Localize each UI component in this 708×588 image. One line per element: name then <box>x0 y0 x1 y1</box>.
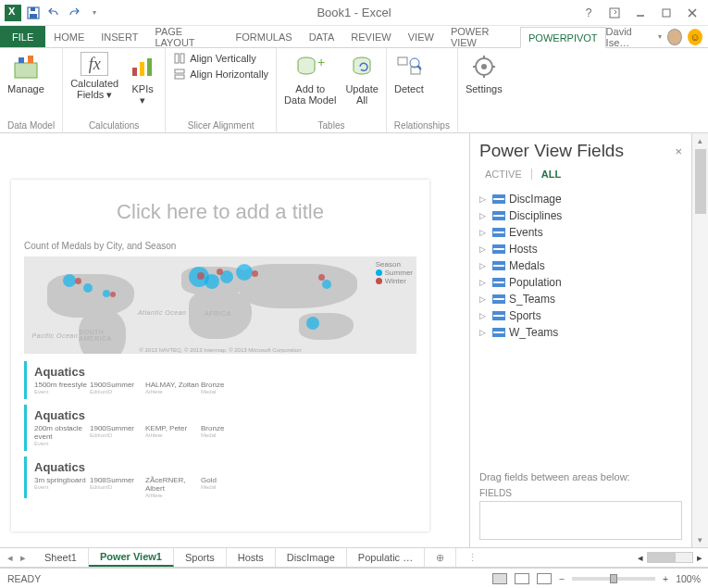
data-cards[interactable]: Aquatics1500m freestyleEvent1900SummerEd… <box>24 361 416 498</box>
svg-rect-19 <box>398 57 407 65</box>
page-break-view-icon[interactable] <box>537 573 552 584</box>
sheet-more-icon[interactable]: ⋮ <box>456 548 489 567</box>
excel-icon <box>4 4 22 22</box>
field-table-events[interactable]: ▷Events <box>479 224 682 241</box>
zoom-slider[interactable] <box>572 577 655 581</box>
zoom-out-button[interactable]: − <box>559 573 565 584</box>
tab-insert[interactable]: INSERT <box>93 26 146 47</box>
sheet-tab-sheet1[interactable]: Sheet1 <box>33 548 89 567</box>
table-icon <box>492 194 505 204</box>
svg-rect-14 <box>175 69 184 73</box>
svg-rect-6 <box>15 63 37 78</box>
field-table-sports[interactable]: ▷Sports <box>479 307 682 324</box>
user-name[interactable]: David Ise… <box>606 26 652 48</box>
scrollbar-thumb[interactable] <box>695 149 706 214</box>
close-pane-icon[interactable]: × <box>675 144 682 158</box>
tab-file[interactable]: FILE <box>0 26 45 47</box>
data-card[interactable]: Aquatics1500m freestyleEvent1900SummerEd… <box>24 361 416 399</box>
group-calculations: fx CalculatedFields ▾ KPIs▾ Calculations <box>63 48 166 132</box>
tab-powerpivot[interactable]: POWERPIVOT <box>520 27 606 48</box>
scroll-right-icon[interactable]: ▸ <box>697 552 702 564</box>
group-tables: + Add toData Model UpdateAll Tables <box>277 48 387 132</box>
drop-fields-box[interactable] <box>479 501 682 540</box>
horizontal-scrollbar[interactable]: ◂ ▸ <box>632 548 708 567</box>
tab-page-layout[interactable]: PAGE LAYOUT <box>146 26 227 47</box>
scroll-left-icon[interactable]: ◂ <box>638 552 643 564</box>
undo-icon[interactable] <box>44 4 63 22</box>
qat-customize-icon[interactable]: ▾ <box>85 4 104 22</box>
align-horizontally-button[interactable]: Align Horizontally <box>173 68 268 81</box>
sheet-tab-discimage[interactable]: DiscImage <box>276 548 347 567</box>
field-table-population[interactable]: ▷Population <box>479 274 682 291</box>
sheet-tab-sports[interactable]: Sports <box>174 548 227 567</box>
tab-data[interactable]: DATA <box>301 26 343 47</box>
tab-active-fields[interactable]: ACTIVE <box>479 167 528 181</box>
feedback-icon[interactable]: ☺ <box>688 29 702 45</box>
window-controls: ? <box>577 4 708 22</box>
field-table-hosts[interactable]: ▷Hosts <box>479 241 682 257</box>
status-bar: READY − + 100% <box>0 568 708 588</box>
new-sheet-button[interactable]: ⊕ <box>425 548 456 567</box>
page-layout-view-icon[interactable] <box>515 573 529 584</box>
tab-all-fields[interactable]: ALL <box>536 167 566 181</box>
ribbon-display-icon[interactable] <box>602 4 627 22</box>
svg-rect-5 <box>663 9 670 17</box>
quick-access-toolbar: ▾ <box>0 4 104 22</box>
field-table-medals[interactable]: ▷Medals <box>479 257 682 274</box>
group-data-model: Manage Data Model <box>0 48 63 132</box>
svg-rect-8 <box>28 56 33 63</box>
avatar[interactable] <box>667 29 682 45</box>
vertical-scrollbar[interactable]: ▴ ▾ <box>691 133 708 547</box>
redo-icon[interactable] <box>65 4 83 22</box>
content-area: Click here to add a title Count of Medal… <box>0 133 708 547</box>
zoom-level[interactable]: 100% <box>676 573 701 584</box>
sheet-nav-first-icon[interactable]: ◂ <box>7 552 13 564</box>
svg-rect-12 <box>175 54 179 63</box>
title-bar: ▾ Book1 - Excel ? <box>0 0 708 26</box>
field-table-disciplines[interactable]: ▷Disciplines <box>479 207 682 224</box>
power-view-fields-pane: Power View Fields× ACTIVE ALL ▷DiscImage… <box>469 133 691 547</box>
tab-power-view[interactable]: POWER VIEW <box>442 26 520 47</box>
sheet-nav-prev-icon[interactable]: ▸ <box>20 552 26 564</box>
kpis-button[interactable]: KPIs▾ <box>128 52 157 106</box>
svg-rect-9 <box>132 68 137 76</box>
tab-review[interactable]: REVIEW <box>342 26 399 47</box>
help-icon[interactable]: ? <box>577 4 601 22</box>
scroll-down-icon[interactable]: ▾ <box>698 532 702 547</box>
map-attribution: © 2013 NAVTEQ, © 2013 Intermap, © 2013 M… <box>139 347 301 353</box>
group-settings: Settings <box>458 48 510 132</box>
data-card[interactable]: Aquatics3m springboardEvent1908SummerEdi… <box>24 457 416 498</box>
save-icon[interactable] <box>24 4 43 22</box>
data-card[interactable]: Aquatics200m obstacle eventEvent1900Summ… <box>24 405 416 451</box>
power-view-canvas[interactable]: Click here to add a title Count of Medal… <box>11 180 429 532</box>
zoom-in-button[interactable]: + <box>663 573 668 584</box>
field-table-w_teams[interactable]: ▷W_Teams <box>479 324 682 341</box>
table-icon <box>492 211 505 220</box>
normal-view-icon[interactable] <box>492 573 507 584</box>
calculated-fields-button[interactable]: fx CalculatedFields ▾ <box>70 52 118 100</box>
svg-rect-1 <box>30 14 37 19</box>
detect-button[interactable]: Detect <box>394 52 424 94</box>
add-to-data-model-button[interactable]: + Add toData Model <box>284 52 336 106</box>
manage-button[interactable]: Manage <box>7 52 44 94</box>
scroll-up-icon[interactable]: ▴ <box>698 133 702 148</box>
svg-point-24 <box>481 64 487 69</box>
field-table-discimage[interactable]: ▷DiscImage <box>479 191 682 207</box>
field-table-s_teams[interactable]: ▷S_Teams <box>479 291 682 307</box>
svg-rect-11 <box>147 58 152 76</box>
title-placeholder[interactable]: Click here to add a title <box>11 180 429 235</box>
sheet-tab-hosts[interactable]: Hosts <box>227 548 276 567</box>
minimize-icon[interactable] <box>628 4 652 22</box>
map-chart[interactable]: SOUTHAMERICA AFRICA Atlantic Ocean Pacif… <box>24 256 416 354</box>
maximize-icon[interactable] <box>654 4 678 22</box>
close-icon[interactable] <box>680 4 704 22</box>
sheet-tab-populatic-[interactable]: Populatic … <box>347 548 425 567</box>
settings-button[interactable]: Settings <box>466 52 503 94</box>
tab-home[interactable]: HOME <box>45 26 93 47</box>
align-vertically-button[interactable]: Align Vertically <box>173 52 268 65</box>
update-all-button[interactable]: UpdateAll <box>345 52 378 106</box>
tab-view[interactable]: VIEW <box>400 26 442 47</box>
tab-formulas[interactable]: FORMULAS <box>228 26 301 47</box>
status-ready: READY <box>7 573 41 584</box>
sheet-tab-power-view1[interactable]: Power View1 <box>89 548 174 567</box>
